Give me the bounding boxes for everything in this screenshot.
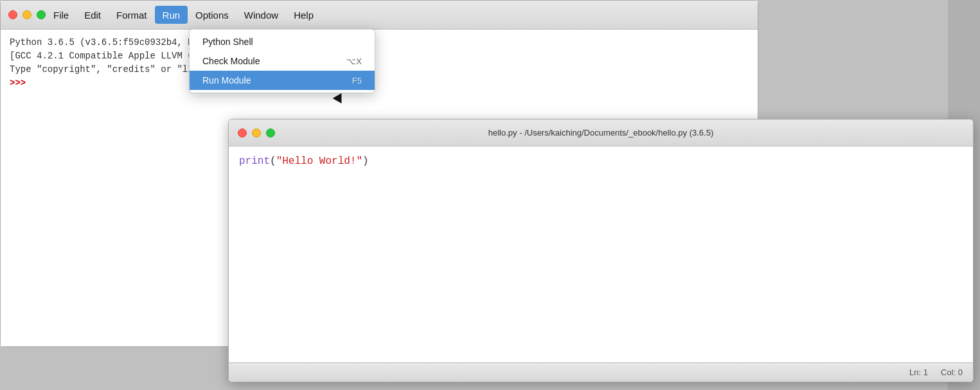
traffic-lights-editor [238,129,275,137]
traffic-lights-shell [8,10,46,19]
editor-title: hello.py - /Users/kaiching/Documents/_eb… [488,128,713,137]
editor-content[interactable]: print("Hello World!") [229,146,973,362]
editor-titlebar: hello.py - /Users/kaiching/Documents/_eb… [229,120,973,146]
menu-item-options[interactable]: Options [188,6,236,24]
dropdown-item-python-shell[interactable]: Python Shell [190,32,375,51]
maximize-button-shell[interactable] [37,10,46,19]
menu-item-format[interactable]: Format [109,6,155,24]
dropdown-item-check-module[interactable]: Check Module ⌥X [190,51,375,71]
dropdown-item-run-module[interactable]: Run Module F5 [190,71,375,90]
dropdown-item-check-module-label: Check Module [202,56,260,66]
shell-line-3: Type "copyright", "credits" or "license"… [10,63,749,76]
dropdown-item-run-module-label: Run Module [202,75,251,85]
dropdown-item-check-module-shortcut: ⌥X [346,57,362,66]
run-dropdown-menu: Python Shell Check Module ⌥X Run Module … [189,29,375,93]
minimize-button-editor[interactable] [252,129,261,137]
menu-item-file[interactable]: File [46,6,76,24]
menu-item-edit[interactable]: Edit [76,6,109,24]
maximize-button-editor[interactable] [266,129,275,137]
menu-item-run[interactable]: Run [155,6,188,24]
menubar: File Edit Format Run Options Window Help [1,1,758,30]
dropdown-item-run-module-shortcut: F5 [352,76,362,85]
code-keyword-print: print [239,155,270,167]
editor-col: Col: 0 [941,368,963,377]
editor-window: hello.py - /Users/kaiching/Documents/_eb… [228,119,974,382]
shell-line-1: Python 3.6.5 (v3.6.5:f59c0932b4, Mar 28 … [10,36,749,49]
shell-line-2: [GCC 4.2.1 Compatible Apple LLVM 6.0 (cl… [10,49,749,63]
menu-item-window[interactable]: Window [236,6,286,24]
minimize-button-shell[interactable] [22,10,31,19]
close-button-editor[interactable] [238,129,247,137]
dropdown-item-python-shell-label: Python Shell [202,37,253,47]
close-button-shell[interactable] [8,10,17,19]
code-string: "Hello World!" [276,155,362,167]
code-paren-close: ) [362,155,369,167]
editor-ln: Ln: 1 [909,368,928,377]
editor-statusbar: Ln: 1 Col: 0 [229,362,973,382]
shell-prompt-line: >>> [10,76,749,90]
code-paren-open: ( [270,155,276,167]
menu-item-help[interactable]: Help [286,6,321,24]
